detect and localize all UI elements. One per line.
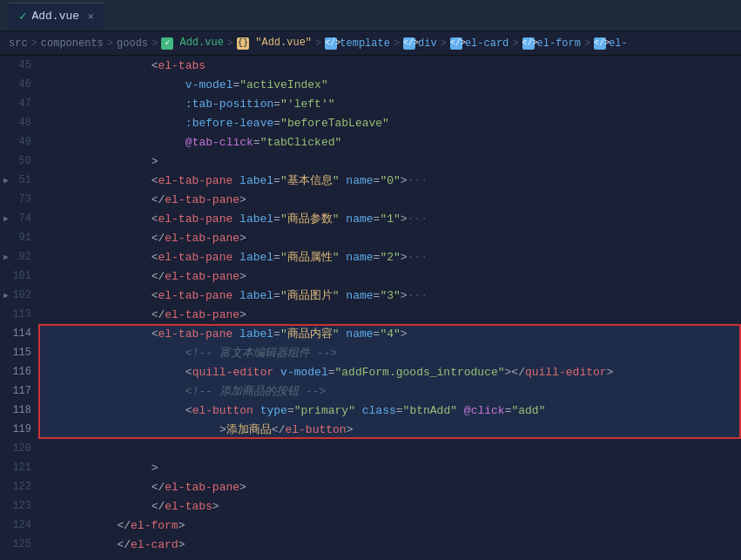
crumb-elform: </> el-form: [522, 37, 581, 50]
code-line-47: :tab-position="'left'": [38, 94, 741, 113]
crumb-components: components: [41, 37, 104, 50]
fold-icon-92[interactable]: ▶: [3, 252, 9, 262]
line-46: 46: [0, 75, 38, 94]
tab-label: Add.vue: [31, 10, 79, 23]
fold-icon-74[interactable]: ▶: [3, 213, 9, 224]
line-119: 119: [0, 420, 38, 439]
code-line-46: v-model="activeIndex": [38, 75, 741, 94]
code-line-115: <!-- 富文本编辑器组件 -->: [38, 343, 741, 362]
code-line-124: </el-form>: [38, 516, 741, 535]
code-line-50: >: [38, 152, 741, 171]
crumb-goods: goods: [117, 37, 148, 50]
code-line-120: [38, 439, 741, 458]
line-51: ▶ 51: [0, 171, 38, 190]
line-47: 47: [0, 94, 38, 113]
crumb-src: src: [9, 37, 28, 50]
code-line-92: <el-tab-pane label="商品属性" name="2">···: [38, 247, 741, 267]
code-line-119: >添加商品</el-button>: [38, 420, 741, 439]
line-45: 45: [0, 56, 38, 75]
line-49: 49: [0, 132, 38, 152]
code-line-114: <el-tab-pane label="商品内容" name="4">: [38, 324, 741, 343]
line-124: 124: [0, 516, 38, 535]
tab-close-button[interactable]: ✕: [88, 10, 94, 22]
file-tab[interactable]: ✓ Add.vue ✕: [9, 3, 104, 29]
code-line-101: </el-tab-pane>: [38, 267, 741, 286]
code-line-125: </el-card>: [38, 535, 741, 554]
line-number-gutter: 45 46 47 48 49 50 ▶ 51 73 ▶ 74 91 ▶ 92 1…: [0, 56, 38, 560]
breadcrumb: src > components > goods > ✓ Add.vue > {…: [0, 31, 741, 56]
code-line-91: </el-tab-pane>: [38, 228, 741, 247]
editor: 45 46 47 48 49 50 ▶ 51 73 ▶ 74 91 ▶ 92 1…: [0, 56, 741, 560]
line-92: ▶ 92: [0, 247, 38, 267]
line-115: 115: [0, 343, 38, 362]
line-117: 117: [0, 381, 38, 401]
line-121: 121: [0, 458, 38, 477]
code-area: <el-tabs v-model="activeIndex" :tab-posi…: [38, 56, 741, 560]
code-line-51: <el-tab-pane label="基本信息" name="0">···: [38, 171, 741, 190]
crumb-div: </> div: [403, 37, 437, 50]
code-line-117: <!-- 添加商品的按钮 -->: [38, 381, 741, 401]
crumb-obj: {} "Add.vue": [237, 37, 312, 50]
line-91: 91: [0, 228, 38, 247]
vue-icon: ✓: [19, 9, 26, 24]
crumb-template: </> template: [325, 37, 390, 50]
line-48: 48: [0, 113, 38, 132]
code-line-122: </el-tab-pane>: [38, 477, 741, 496]
line-114: 114: [0, 324, 38, 343]
line-118: 118: [0, 401, 38, 420]
line-122: 122: [0, 477, 38, 496]
line-125: 125: [0, 535, 38, 554]
code-line-123: </el-tabs>: [38, 496, 741, 516]
code-line-49: @tab-click="tabClicked": [38, 132, 741, 152]
fold-icon-51[interactable]: ▶: [3, 175, 9, 186]
line-73: 73: [0, 190, 38, 209]
code-line-121: >: [38, 458, 741, 477]
title-bar: ✓ Add.vue ✕: [0, 0, 741, 31]
line-102: ▶ 102: [0, 286, 38, 305]
line-120: 120: [0, 439, 38, 458]
fold-icon-102[interactable]: ▶: [3, 290, 9, 300]
crumb-elcard: </> el-card: [450, 37, 509, 50]
code-line-102: <el-tab-pane label="商品图片" name="3">···: [38, 286, 741, 305]
code-line-45: <el-tabs: [38, 56, 741, 75]
code-line-113: </el-tab-pane>: [38, 305, 741, 324]
line-116: 116: [0, 362, 38, 381]
line-74: ▶ 74: [0, 209, 38, 228]
line-101: 101: [0, 267, 38, 286]
line-50: 50: [0, 152, 38, 171]
code-line-118: <el-button type="primary" class="btnAdd"…: [38, 401, 741, 420]
code-line-74: <el-tab-pane label="商品参数" name="1">···: [38, 209, 741, 228]
line-123: 123: [0, 496, 38, 516]
line-113: 113: [0, 305, 38, 324]
code-line-73: </el-tab-pane>: [38, 190, 741, 209]
crumb-addvue: ✓ Add.vue: [161, 37, 224, 50]
crumb-el: </> el-: [594, 37, 628, 50]
code-line-48: :before-leave="beforeTabLeave": [38, 113, 741, 132]
code-line-116: <quill-editor v-model="addForm.goods_int…: [38, 362, 741, 381]
